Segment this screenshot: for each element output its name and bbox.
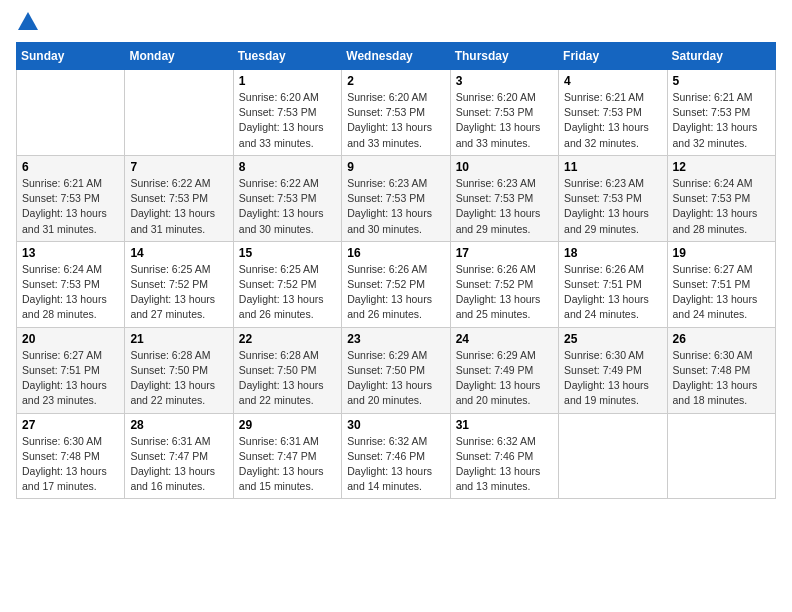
- day-number: 17: [456, 246, 553, 260]
- calendar-cell: 27Sunrise: 6:30 AM Sunset: 7:48 PM Dayli…: [17, 413, 125, 499]
- day-number: 19: [673, 246, 770, 260]
- calendar-cell: 25Sunrise: 6:30 AM Sunset: 7:49 PM Dayli…: [559, 327, 667, 413]
- day-info: Sunrise: 6:25 AM Sunset: 7:52 PM Dayligh…: [239, 262, 336, 323]
- calendar-cell: 7Sunrise: 6:22 AM Sunset: 7:53 PM Daylig…: [125, 155, 233, 241]
- calendar-body: 1Sunrise: 6:20 AM Sunset: 7:53 PM Daylig…: [17, 70, 776, 499]
- calendar-cell: 22Sunrise: 6:28 AM Sunset: 7:50 PM Dayli…: [233, 327, 341, 413]
- day-info: Sunrise: 6:25 AM Sunset: 7:52 PM Dayligh…: [130, 262, 227, 323]
- calendar-cell: 14Sunrise: 6:25 AM Sunset: 7:52 PM Dayli…: [125, 241, 233, 327]
- calendar-week-5: 27Sunrise: 6:30 AM Sunset: 7:48 PM Dayli…: [17, 413, 776, 499]
- day-info: Sunrise: 6:20 AM Sunset: 7:53 PM Dayligh…: [456, 90, 553, 151]
- day-number: 14: [130, 246, 227, 260]
- calendar-cell: [125, 70, 233, 156]
- day-number: 31: [456, 418, 553, 432]
- day-number: 24: [456, 332, 553, 346]
- day-number: 25: [564, 332, 661, 346]
- day-header-wednesday: Wednesday: [342, 43, 450, 70]
- day-number: 20: [22, 332, 119, 346]
- day-info: Sunrise: 6:23 AM Sunset: 7:53 PM Dayligh…: [347, 176, 444, 237]
- calendar-cell: 12Sunrise: 6:24 AM Sunset: 7:53 PM Dayli…: [667, 155, 775, 241]
- day-number: 29: [239, 418, 336, 432]
- day-number: 2: [347, 74, 444, 88]
- calendar-cell: 8Sunrise: 6:22 AM Sunset: 7:53 PM Daylig…: [233, 155, 341, 241]
- day-header-monday: Monday: [125, 43, 233, 70]
- calendar-cell: [559, 413, 667, 499]
- logo: [16, 16, 38, 30]
- calendar-cell: 11Sunrise: 6:23 AM Sunset: 7:53 PM Dayli…: [559, 155, 667, 241]
- calendar-cell: 9Sunrise: 6:23 AM Sunset: 7:53 PM Daylig…: [342, 155, 450, 241]
- day-info: Sunrise: 6:32 AM Sunset: 7:46 PM Dayligh…: [456, 434, 553, 495]
- day-number: 30: [347, 418, 444, 432]
- day-info: Sunrise: 6:20 AM Sunset: 7:53 PM Dayligh…: [239, 90, 336, 151]
- calendar-cell: 3Sunrise: 6:20 AM Sunset: 7:53 PM Daylig…: [450, 70, 558, 156]
- day-header-sunday: Sunday: [17, 43, 125, 70]
- calendar-cell: 13Sunrise: 6:24 AM Sunset: 7:53 PM Dayli…: [17, 241, 125, 327]
- day-info: Sunrise: 6:23 AM Sunset: 7:53 PM Dayligh…: [564, 176, 661, 237]
- day-number: 28: [130, 418, 227, 432]
- day-info: Sunrise: 6:27 AM Sunset: 7:51 PM Dayligh…: [673, 262, 770, 323]
- day-number: 26: [673, 332, 770, 346]
- day-number: 7: [130, 160, 227, 174]
- day-info: Sunrise: 6:20 AM Sunset: 7:53 PM Dayligh…: [347, 90, 444, 151]
- day-info: Sunrise: 6:29 AM Sunset: 7:50 PM Dayligh…: [347, 348, 444, 409]
- calendar-cell: 18Sunrise: 6:26 AM Sunset: 7:51 PM Dayli…: [559, 241, 667, 327]
- day-info: Sunrise: 6:31 AM Sunset: 7:47 PM Dayligh…: [239, 434, 336, 495]
- day-number: 9: [347, 160, 444, 174]
- day-info: Sunrise: 6:24 AM Sunset: 7:53 PM Dayligh…: [673, 176, 770, 237]
- day-number: 12: [673, 160, 770, 174]
- day-number: 3: [456, 74, 553, 88]
- calendar-cell: 2Sunrise: 6:20 AM Sunset: 7:53 PM Daylig…: [342, 70, 450, 156]
- day-info: Sunrise: 6:23 AM Sunset: 7:53 PM Dayligh…: [456, 176, 553, 237]
- day-number: 18: [564, 246, 661, 260]
- calendar-cell: 30Sunrise: 6:32 AM Sunset: 7:46 PM Dayli…: [342, 413, 450, 499]
- day-info: Sunrise: 6:28 AM Sunset: 7:50 PM Dayligh…: [239, 348, 336, 409]
- day-header-friday: Friday: [559, 43, 667, 70]
- calendar-cell: 28Sunrise: 6:31 AM Sunset: 7:47 PM Dayli…: [125, 413, 233, 499]
- day-header-saturday: Saturday: [667, 43, 775, 70]
- calendar-cell: [17, 70, 125, 156]
- calendar-cell: 24Sunrise: 6:29 AM Sunset: 7:49 PM Dayli…: [450, 327, 558, 413]
- day-info: Sunrise: 6:26 AM Sunset: 7:51 PM Dayligh…: [564, 262, 661, 323]
- day-number: 11: [564, 160, 661, 174]
- calendar-cell: 19Sunrise: 6:27 AM Sunset: 7:51 PM Dayli…: [667, 241, 775, 327]
- day-number: 10: [456, 160, 553, 174]
- calendar-header: SundayMondayTuesdayWednesdayThursdayFrid…: [17, 43, 776, 70]
- day-info: Sunrise: 6:24 AM Sunset: 7:53 PM Dayligh…: [22, 262, 119, 323]
- day-number: 16: [347, 246, 444, 260]
- day-info: Sunrise: 6:30 AM Sunset: 7:49 PM Dayligh…: [564, 348, 661, 409]
- day-info: Sunrise: 6:32 AM Sunset: 7:46 PM Dayligh…: [347, 434, 444, 495]
- day-number: 27: [22, 418, 119, 432]
- day-number: 15: [239, 246, 336, 260]
- calendar-table: SundayMondayTuesdayWednesdayThursdayFrid…: [16, 42, 776, 499]
- day-number: 8: [239, 160, 336, 174]
- calendar-cell: 5Sunrise: 6:21 AM Sunset: 7:53 PM Daylig…: [667, 70, 775, 156]
- day-number: 13: [22, 246, 119, 260]
- svg-marker-0: [18, 12, 38, 30]
- day-info: Sunrise: 6:22 AM Sunset: 7:53 PM Dayligh…: [130, 176, 227, 237]
- day-info: Sunrise: 6:21 AM Sunset: 7:53 PM Dayligh…: [22, 176, 119, 237]
- calendar-cell: 21Sunrise: 6:28 AM Sunset: 7:50 PM Dayli…: [125, 327, 233, 413]
- calendar-cell: 23Sunrise: 6:29 AM Sunset: 7:50 PM Dayli…: [342, 327, 450, 413]
- day-number: 1: [239, 74, 336, 88]
- calendar-cell: 26Sunrise: 6:30 AM Sunset: 7:48 PM Dayli…: [667, 327, 775, 413]
- day-info: Sunrise: 6:29 AM Sunset: 7:49 PM Dayligh…: [456, 348, 553, 409]
- day-number: 21: [130, 332, 227, 346]
- day-info: Sunrise: 6:21 AM Sunset: 7:53 PM Dayligh…: [673, 90, 770, 151]
- calendar-cell: 20Sunrise: 6:27 AM Sunset: 7:51 PM Dayli…: [17, 327, 125, 413]
- day-info: Sunrise: 6:31 AM Sunset: 7:47 PM Dayligh…: [130, 434, 227, 495]
- day-number: 4: [564, 74, 661, 88]
- calendar-week-1: 1Sunrise: 6:20 AM Sunset: 7:53 PM Daylig…: [17, 70, 776, 156]
- calendar-cell: 17Sunrise: 6:26 AM Sunset: 7:52 PM Dayli…: [450, 241, 558, 327]
- calendar-cell: 16Sunrise: 6:26 AM Sunset: 7:52 PM Dayli…: [342, 241, 450, 327]
- calendar-cell: 1Sunrise: 6:20 AM Sunset: 7:53 PM Daylig…: [233, 70, 341, 156]
- day-number: 23: [347, 332, 444, 346]
- day-number: 6: [22, 160, 119, 174]
- day-info: Sunrise: 6:26 AM Sunset: 7:52 PM Dayligh…: [347, 262, 444, 323]
- day-info: Sunrise: 6:22 AM Sunset: 7:53 PM Dayligh…: [239, 176, 336, 237]
- calendar-week-4: 20Sunrise: 6:27 AM Sunset: 7:51 PM Dayli…: [17, 327, 776, 413]
- day-info: Sunrise: 6:30 AM Sunset: 7:48 PM Dayligh…: [22, 434, 119, 495]
- calendar-cell: 29Sunrise: 6:31 AM Sunset: 7:47 PM Dayli…: [233, 413, 341, 499]
- day-header-tuesday: Tuesday: [233, 43, 341, 70]
- calendar-cell: 4Sunrise: 6:21 AM Sunset: 7:53 PM Daylig…: [559, 70, 667, 156]
- calendar-cell: 6Sunrise: 6:21 AM Sunset: 7:53 PM Daylig…: [17, 155, 125, 241]
